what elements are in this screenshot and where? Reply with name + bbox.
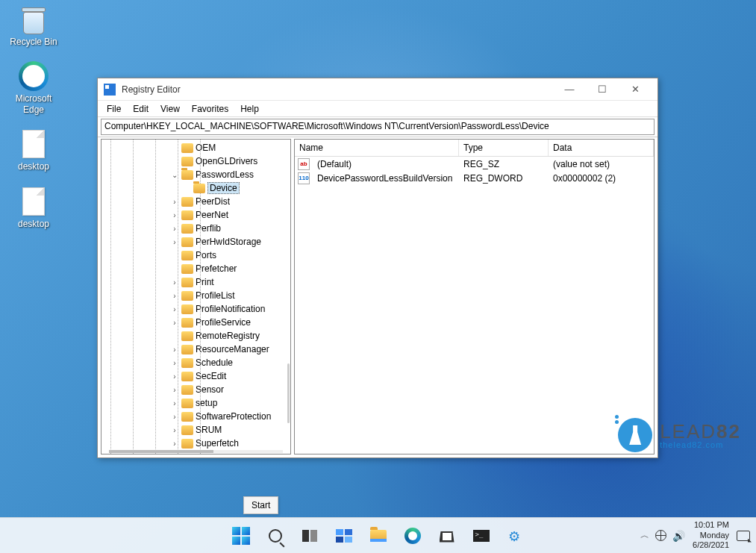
widgets-button[interactable] — [329, 521, 359, 551]
folder-icon — [181, 278, 193, 287]
minimize-button[interactable]: — — [553, 78, 586, 101]
list-row[interactable]: 110DevicePasswordLessBuildVersionREG_DWO… — [295, 171, 654, 185]
maximize-button[interactable]: ☐ — [586, 78, 619, 101]
tree-item[interactable]: ›ProfileList — [169, 289, 290, 302]
desktop-icon-recycle-bin[interactable]: Recycle Bin — [4, 4, 63, 47]
watermark: LEAD82 thelead82.com — [618, 418, 741, 452]
tree-item[interactable]: ›SoftwareProtection — [169, 410, 290, 423]
folder-icon — [181, 251, 193, 260]
desktop-icon-label: Recycle Bin — [4, 37, 63, 47]
column-type[interactable]: Type — [459, 140, 549, 156]
settings-app-button[interactable] — [501, 521, 531, 551]
tree-item[interactable]: ›ProfileService — [169, 316, 290, 329]
watermark-logo-icon — [618, 418, 652, 452]
cell-data: 0x00000002 (2) — [549, 173, 654, 184]
desktop-icon-label: Microsoft Edge — [4, 93, 63, 115]
clock-date: 6/28/2021 — [693, 540, 729, 551]
folder-icon — [181, 210, 193, 220]
folder-icon — [181, 439, 193, 449]
titlebar[interactable]: Registry Editor — ☐ ✕ — [98, 78, 657, 101]
folder-icon — [181, 331, 193, 341]
clock[interactable]: 10:01 PM Monday 6/28/2021 — [693, 520, 729, 551]
menu-view[interactable]: View — [154, 102, 186, 116]
folder-icon — [181, 385, 193, 395]
tree-item[interactable]: ›SRUM — [169, 423, 290, 437]
store-button[interactable] — [432, 521, 462, 551]
address-bar[interactable]: Computer\HKEY_LOCAL_MACHINE\SOFTWARE\Mic… — [101, 119, 655, 135]
explorer-button[interactable] — [363, 521, 393, 551]
tree-item[interactable]: ›SecEdit — [169, 369, 290, 383]
tree-item[interactable]: ›Sensor — [169, 383, 290, 396]
desktop-icon-label: desktop — [4, 161, 63, 172]
close-button[interactable]: ✕ — [619, 78, 652, 101]
tree-item[interactable]: OpenGLDrivers — [169, 154, 290, 168]
tree-item[interactable]: ›PeerDist — [169, 195, 290, 208]
tree-pane[interactable]: OEMOpenGLDrivers⌄PasswordLessDevice›Peer… — [101, 139, 291, 454]
dword-value-icon: 110 — [298, 172, 310, 184]
tree-item[interactable]: ›Print — [169, 275, 290, 289]
desktop-icon-file[interactable]: desktop — [4, 128, 63, 172]
column-data[interactable]: Data — [549, 140, 654, 156]
widgets-icon — [336, 529, 352, 543]
tree-item[interactable]: OEM — [169, 141, 290, 154]
menu-favorites[interactable]: Favorites — [186, 102, 234, 116]
tree-item[interactable]: Prefetcher — [169, 262, 290, 275]
folder-icon — [181, 372, 193, 381]
network-icon[interactable] — [655, 530, 666, 541]
tree-item[interactable]: ›setup — [169, 396, 290, 410]
menu-help[interactable]: Help — [234, 102, 265, 116]
string-value-icon: ab — [298, 158, 310, 170]
clock-time: 10:01 PM — [693, 520, 729, 531]
file-icon — [18, 186, 49, 217]
taskview-button[interactable] — [295, 521, 325, 551]
list-pane[interactable]: Name Type Data ab(Default)REG_SZ(value n… — [294, 139, 655, 454]
volume-icon[interactable]: 🔊 — [672, 530, 685, 542]
edge-icon — [18, 60, 49, 92]
folder-icon — [181, 345, 193, 354]
notifications-button[interactable] — [737, 531, 750, 541]
desktop-icon-label: desktop — [4, 219, 63, 229]
folder-icon — [181, 318, 193, 328]
tree-item[interactable]: ›Superfetch — [169, 437, 290, 450]
tree-hscrollbar[interactable] — [109, 450, 283, 453]
folder-icon — [181, 412, 193, 422]
cell-name: (Default) — [313, 159, 459, 169]
tree-scrollbar[interactable] — [287, 363, 290, 423]
terminal-button[interactable] — [466, 521, 496, 551]
store-icon — [440, 529, 454, 543]
window-title: Registry Editor — [122, 84, 553, 95]
folder-icon — [181, 304, 193, 314]
registry-editor-window: Registry Editor — ☐ ✕ File Edit View Fav… — [97, 78, 658, 458]
list-header: Name Type Data — [295, 140, 654, 157]
tray-overflow-button[interactable]: ︿ — [640, 529, 649, 542]
tree-item[interactable]: ›ProfileNotification — [169, 302, 290, 316]
folder-icon — [181, 237, 193, 247]
list-row[interactable]: ab(Default)REG_SZ(value not set) — [295, 157, 654, 171]
folder-icon — [181, 425, 193, 435]
gear-icon — [508, 528, 523, 543]
tree-item[interactable]: ›PerHwIdStorage — [169, 235, 290, 249]
edge-button[interactable] — [398, 521, 428, 551]
tree-item[interactable]: ›ResourceManager — [169, 343, 290, 356]
search-button[interactable] — [260, 521, 290, 551]
folder-icon — [193, 184, 205, 193]
edge-icon — [404, 528, 421, 544]
menu-file[interactable]: File — [101, 102, 127, 116]
column-name[interactable]: Name — [295, 140, 459, 156]
taskbar-center — [226, 521, 531, 551]
desktop-icon-edge[interactable]: Microsoft Edge — [4, 60, 63, 115]
tree-item[interactable]: Ports — [169, 249, 290, 262]
tree-item[interactable]: ›PeerNet — [169, 208, 290, 222]
folder-icon — [181, 157, 193, 166]
menu-edit[interactable]: Edit — [127, 102, 154, 116]
tree-item[interactable]: RemoteRegistry — [169, 329, 290, 343]
tree-item[interactable]: ⌄PasswordLess — [169, 168, 290, 181]
window-controls: — ☐ ✕ — [553, 78, 652, 101]
menubar: File Edit View Favorites Help — [98, 101, 657, 117]
desktop-icons: Recycle Bin Microsoft Edge desktop deskt… — [4, 4, 63, 243]
desktop-icon-file[interactable]: desktop — [4, 186, 63, 229]
tree-item[interactable]: ›Perflib — [169, 222, 290, 235]
start-button[interactable] — [226, 521, 256, 551]
content-area: OEMOpenGLDrivers⌄PasswordLessDevice›Peer… — [98, 137, 657, 457]
tree-item[interactable]: ›Schedule — [169, 356, 290, 369]
